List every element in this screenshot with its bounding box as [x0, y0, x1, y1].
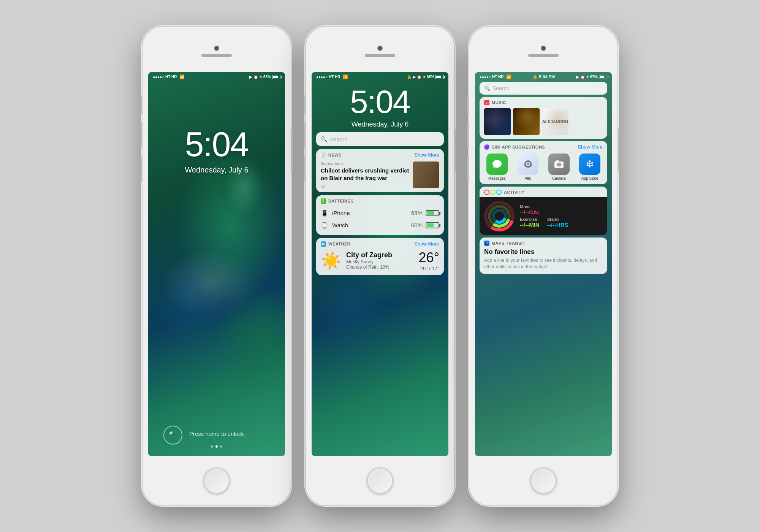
weather-city: City of Zagreb [346, 251, 414, 259]
lockscreen-content: ●●●●○ HT HR 📶 ▶ ⏰ ✴ 68% 5:04 Wednesday, … [148, 72, 285, 456]
status-right-2: 🔒 ▶ ⏰ ✴ 68% [407, 75, 444, 79]
phone-2: ●●●●○ HT HR 📶 🔒 ▶ ⏰ ✴ 68% 5:04 Wednesday… [306, 27, 454, 505]
volume-down-button-2[interactable] [304, 156, 306, 182]
page-dot-1 [211, 445, 213, 448]
power-button[interactable] [291, 129, 293, 171]
status-left-2: ●●●●○ HT HR 📶 [316, 74, 348, 79]
status-bar-phone2: ●●●●○ HT HR 📶 🔒 ▶ ⏰ ✴ 68% [312, 72, 448, 79]
batteries-icon: 🔋 [321, 198, 326, 204]
status-left: ●●●●○ HT HR 📶 [153, 74, 185, 79]
exercise-ring-icon [490, 190, 496, 195]
volume-down-button[interactable] [141, 156, 142, 182]
power-button-3[interactable] [618, 129, 619, 171]
carrier-text: ●●●●○ HT HR [153, 75, 177, 79]
lock-icon-3: 🔒 [532, 74, 538, 79]
volume-down-button-3[interactable] [467, 156, 469, 182]
bluetooth-icon-3: ✴ [586, 75, 589, 79]
page-dot-3 [220, 445, 222, 448]
album-art-2[interactable] [513, 108, 540, 135]
weather-header-left: ⛅ WEATHER [321, 241, 350, 247]
move-value: --/--CAL [520, 209, 603, 215]
home-button[interactable] [203, 467, 230, 494]
alto-label: Alto [525, 176, 531, 180]
battery-tip-2 [444, 76, 445, 78]
page-dot-2 [215, 445, 218, 448]
bluetooth-icon-2: ✴ [423, 75, 426, 79]
mute-button-3[interactable] [467, 95, 469, 114]
search-placeholder-3: Search [492, 85, 509, 91]
battery-percentage-3: 67% [590, 75, 598, 79]
exercise-value: --/--MIN [520, 222, 540, 228]
carrier-text-2: ●●●●○ HT HR [316, 75, 340, 79]
phone-top [142, 27, 291, 72]
page-indicator [211, 445, 222, 448]
battery-fill-3 [600, 76, 604, 78]
battery-tip [281, 76, 282, 78]
activity-stats: Move --/--CAL Exercise --/--MIN Stand --… [520, 204, 603, 228]
status-left-3: ●●●●○ HT HR 📶 [480, 74, 511, 79]
svg-rect-3 [556, 160, 559, 162]
notif-date: Wednesday, July 6 [312, 120, 448, 128]
phone-2-screen: ●●●●○ HT HR 📶 🔒 ▶ ⏰ ✴ 68% 5:04 Wednesday… [312, 72, 448, 456]
mute-button[interactable] [141, 95, 142, 114]
music-albums-row: ALEJANDRO [484, 108, 603, 135]
appstore-svg [584, 158, 595, 170]
app-icon-alto[interactable]: Alto [517, 154, 538, 180]
press-home-label[interactable]: Press home to unlock [189, 431, 244, 437]
weather-app-icon: ⛅ [321, 241, 326, 247]
maps-no-favorites: No favorite lines [484, 248, 603, 256]
weather-range: 26° / 17° [419, 266, 439, 271]
volume-up-button[interactable] [141, 122, 142, 148]
batteries-header: 🔋 BATTERIES [321, 198, 439, 204]
phone-3: ●●●●○ HT HR 📶 🔒 5:04 PM ▶ ⏰ ✴ 67% [469, 27, 618, 505]
home-button-2[interactable] [367, 467, 393, 494]
speaker-3 [528, 54, 559, 57]
flashlight-button[interactable]: 🔦 [163, 426, 182, 445]
music-widget-header: ♪ MUSIC [484, 100, 603, 105]
move-stat: Move --/--CAL [520, 204, 603, 215]
alejandro-label: ALEJANDRO [542, 108, 568, 135]
news-time-ago: 1h [321, 184, 410, 188]
widget-screen-content: ●●●●○ HT HR 📶 🔒 5:04 PM ▶ ⏰ ✴ 67% [475, 72, 612, 456]
status-bar-phone1: ●●●●○ HT HR 📶 ▶ ⏰ ✴ 68% [148, 72, 285, 79]
appstore-label: App Store [581, 176, 598, 180]
album-art-3[interactable]: ALEJANDRO [542, 108, 568, 135]
carrier-text-3: ●●●●○ HT HR [480, 75, 504, 79]
battery-percentage: 68% [263, 75, 271, 79]
siri-suggestions-widget: SIRI APP SUGGESTIONS Show More Messages [480, 141, 607, 184]
weather-description: Mostly Sunny [346, 259, 414, 264]
volume-up-button-3[interactable] [467, 122, 469, 148]
alarm-icon-3: ⏰ [580, 75, 585, 79]
search-bar-phone2[interactable]: 🔍 Search [316, 132, 444, 146]
mute-button-2[interactable] [304, 95, 306, 114]
weather-show-more[interactable]: Show More [414, 241, 439, 247]
weather-title: WEATHER [328, 242, 350, 246]
front-camera-3 [541, 46, 546, 51]
app-icon-appstore[interactable]: App Store [579, 154, 600, 180]
lock-date: Wednesday, July 6 [185, 166, 248, 174]
siri-widget-title: SIRI APP SUGGESTIONS [492, 145, 545, 149]
news-headline: Chilcot delivers crushing verdict on Bla… [321, 167, 410, 182]
phone-3-screen: ●●●●○ HT HR 📶 🔒 5:04 PM ▶ ⏰ ✴ 67% [475, 72, 612, 456]
move-ring-icon [484, 190, 489, 195]
exercise-col: Exercise --/--MIN [520, 217, 540, 228]
home-button-3[interactable] [530, 467, 557, 494]
power-button-2[interactable] [454, 129, 456, 171]
app-icon-messages[interactable]: Messages [486, 154, 508, 180]
watch-battery-fill [427, 223, 434, 227]
news-show-more[interactable]: Show More [414, 152, 439, 158]
messages-svg [491, 158, 503, 170]
svg-point-2 [558, 163, 560, 166]
battery-row-iphone: 📱 iPhone 68% [321, 207, 439, 219]
album-art-1[interactable] [484, 108, 511, 135]
volume-up-button-2[interactable] [304, 122, 306, 148]
app-icon-camera[interactable]: Camera [548, 154, 570, 180]
batteries-title: BATTERIES [328, 199, 353, 203]
weather-info: City of Zagreb Mostly Sunny Chance of Ra… [346, 251, 414, 270]
siri-show-more[interactable]: Show More [578, 144, 603, 150]
battery-icon-2 [435, 75, 444, 79]
search-bar-phone3[interactable]: 🔍 Search [480, 82, 607, 95]
siri-header-left: SIRI APP SUGGESTIONS [484, 144, 545, 150]
watch-battery-bar [426, 222, 439, 228]
exercise-label: Exercise [520, 217, 540, 222]
